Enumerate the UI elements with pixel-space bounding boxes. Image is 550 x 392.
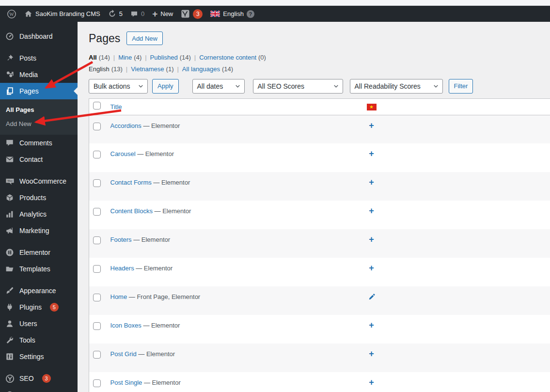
- updates-menu[interactable]: 5: [104, 6, 126, 22]
- view-count: (14): [180, 54, 191, 61]
- sidebar-item-label: Templates: [19, 265, 50, 273]
- view-published-link[interactable]: Published: [150, 54, 178, 61]
- page-title-link[interactable]: Post Grid: [110, 350, 137, 358]
- dates-select[interactable]: All dates: [192, 79, 245, 94]
- sidebar-item-media[interactable]: Media: [0, 66, 78, 83]
- box-icon: [5, 193, 15, 203]
- page-title-link[interactable]: Icon Boxes: [110, 322, 141, 329]
- sidebar-item-contact[interactable]: Contact: [0, 151, 78, 168]
- sidebar-item-tools[interactable]: Tools: [0, 332, 78, 348]
- apply-button[interactable]: Apply: [152, 79, 179, 94]
- language-all-languages-link[interactable]: All languages: [182, 65, 220, 73]
- view-mine-link[interactable]: Mine: [118, 54, 132, 61]
- sidebar-item-products[interactable]: Products: [0, 189, 78, 206]
- add-translation-icon[interactable]: +: [369, 207, 374, 214]
- wp-logo-menu[interactable]: W: [3, 6, 20, 22]
- view-count: (4): [134, 54, 141, 61]
- view-count: (0): [258, 54, 266, 61]
- page-title-link[interactable]: Contact Forms: [110, 179, 152, 186]
- page-title-link[interactable]: Home: [110, 293, 127, 300]
- sidebar-item-label: Dashboard: [19, 32, 53, 40]
- page-title-link[interactable]: Headers: [110, 265, 134, 272]
- sidebar-item-settings[interactable]: Settings: [0, 348, 78, 365]
- post-status-views: All(14)|Mine(4)|Published(14)|Cornerston…: [89, 54, 550, 61]
- view-cornerstone-content-link[interactable]: Cornerstone content: [199, 54, 256, 61]
- page-title-link[interactable]: Accordions: [110, 122, 141, 129]
- pages-submenu: All PagesAdd New: [0, 99, 78, 135]
- language-switcher-menu[interactable]: English ?: [206, 6, 258, 22]
- sidebar-item-appearance[interactable]: Appearance: [0, 282, 78, 299]
- row-checkbox[interactable]: [93, 379, 101, 387]
- row-checkbox[interactable]: [93, 265, 101, 273]
- vietnamese-flag-icon[interactable]: ★: [367, 104, 377, 110]
- sidebar-item-analytics[interactable]: Analytics: [0, 206, 78, 222]
- sidebar-item-comments[interactable]: Comments: [0, 135, 78, 151]
- pages-icon: [5, 86, 15, 96]
- comments-menu[interactable]: 0: [126, 6, 148, 22]
- row-checkbox[interactable]: [93, 322, 101, 330]
- sidebar-item-dashboard[interactable]: Dashboard: [0, 28, 78, 45]
- sidebar-item-posts[interactable]: Posts: [0, 50, 78, 66]
- filter-button[interactable]: Filter: [449, 79, 473, 94]
- sidebar-item-label: SEO: [19, 375, 34, 382]
- page-state-label: — Elementor: [141, 322, 180, 329]
- seo-scores-select[interactable]: All SEO Scores: [253, 79, 343, 94]
- row-checkbox[interactable]: [93, 294, 101, 301]
- current-language-label: English: [223, 10, 244, 17]
- add-new-button[interactable]: Add New: [126, 31, 163, 45]
- bulk-actions-select[interactable]: Bulk actions: [89, 79, 148, 94]
- add-translation-icon[interactable]: +: [369, 379, 374, 386]
- envelope-icon: [5, 155, 15, 164]
- add-translation-icon[interactable]: +: [369, 179, 374, 186]
- language-vietnamese-link[interactable]: Vietnamese: [131, 65, 164, 73]
- sidebar-item-marketing[interactable]: Marketing: [0, 222, 78, 239]
- help-icon[interactable]: ?: [247, 10, 254, 18]
- comment-bubble-icon: [5, 138, 15, 148]
- browser-edge-strip: [0, 0, 550, 6]
- add-translation-icon[interactable]: +: [369, 122, 374, 129]
- sidebar-item-seo[interactable]: SEO3: [0, 370, 78, 387]
- site-name-menu[interactable]: SaoKim Branding CMS: [20, 6, 104, 22]
- add-translation-icon[interactable]: +: [369, 236, 374, 243]
- view-all-link[interactable]: All: [89, 54, 97, 61]
- yoast-seo-menu[interactable]: 3: [177, 6, 206, 22]
- plug-icon: [5, 302, 15, 312]
- dashboard-icon: [5, 31, 15, 41]
- new-content-menu[interactable]: + New: [148, 6, 177, 22]
- edit-translation-icon[interactable]: [368, 293, 375, 302]
- row-checkbox[interactable]: [93, 179, 101, 187]
- sidebar-item-elementor[interactable]: Elementor: [0, 244, 78, 261]
- sidebar-item-woocommerce[interactable]: WooWooCommerce: [0, 173, 78, 189]
- submenu-item-add-new[interactable]: Add New: [0, 117, 78, 131]
- page-title-link[interactable]: Carousel: [110, 150, 136, 157]
- add-translation-icon[interactable]: +: [369, 265, 374, 271]
- page-title-link[interactable]: Footers: [110, 236, 132, 243]
- row-checkbox[interactable]: [93, 151, 101, 158]
- chevron-down-icon: [332, 82, 340, 90]
- add-translation-icon[interactable]: +: [369, 350, 374, 357]
- select-all-checkbox[interactable]: [93, 102, 101, 110]
- language-views: English(13)|Vietnamese(1)|All languages(…: [89, 65, 550, 73]
- title-column-header[interactable]: Title: [110, 103, 122, 110]
- sidebar-item-pages[interactable]: Pages: [0, 83, 78, 99]
- page-title-link[interactable]: Post Single: [110, 379, 142, 386]
- table-row: Content Blocks — Elementor+: [89, 201, 550, 229]
- language-english-link[interactable]: English: [89, 65, 110, 73]
- page-title-link[interactable]: Content Blocks: [110, 207, 153, 215]
- sidebar-item-templates[interactable]: Templates: [0, 261, 78, 277]
- row-checkbox[interactable]: [93, 123, 101, 130]
- submenu-item-all-pages[interactable]: All Pages: [0, 103, 78, 117]
- readability-scores-select[interactable]: All Readability Scores: [350, 79, 443, 94]
- sidebar-item-plugins[interactable]: Plugins5: [0, 299, 78, 315]
- sliders-icon: [5, 352, 15, 361]
- row-checkbox[interactable]: [93, 208, 101, 216]
- sidebar-item-wpml[interactable]: WPML: [0, 387, 78, 392]
- add-translation-icon[interactable]: +: [369, 150, 374, 157]
- sidebar-item-label: Analytics: [19, 210, 47, 218]
- sidebar-item-users[interactable]: Users: [0, 315, 78, 332]
- add-translation-icon[interactable]: +: [369, 322, 374, 329]
- menu-separator: [0, 277, 78, 282]
- row-checkbox[interactable]: [93, 351, 101, 359]
- updates-count: 5: [119, 10, 123, 17]
- row-checkbox[interactable]: [93, 236, 101, 244]
